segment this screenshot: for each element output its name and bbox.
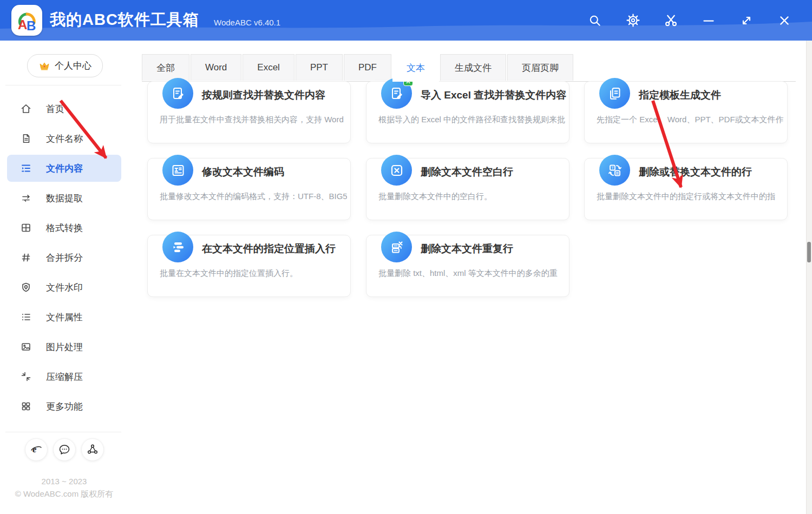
sidebar-item-label: 文件属性 [46, 311, 83, 324]
app-logo: A B [11, 5, 42, 36]
card-desc: 批量删除文本文件中的空白行。 [378, 192, 566, 202]
more-grid-icon [21, 401, 31, 412]
doc-stack-icon [599, 78, 630, 109]
tab-generate-file[interactable]: 生成文件 [440, 54, 506, 81]
separator [5, 85, 121, 85]
sidebar-item-label: 数据提取 [46, 192, 83, 205]
svg-text:B: B [27, 18, 36, 32]
sidebar-item-data-extract[interactable]: 数据提取 [7, 184, 121, 212]
resize-icon [740, 14, 753, 27]
card-find-replace-by-rule[interactable]: 按规则查找并替换文件内容 用于批量在文件中查找并替换相关内容，支持 Word [147, 81, 351, 143]
cut-button[interactable] [652, 0, 690, 41]
card-template-generate[interactable]: 指定模板生成文件 先指定一个 Excel、Word、PPT、PDF或文本文件作 [584, 81, 788, 143]
scrollbar[interactable] [806, 41, 812, 514]
sidebar-item-format-convert[interactable]: 格式转换 [7, 214, 121, 241]
copyright-years: 2013 ~ 2023 [0, 475, 128, 487]
doc-edit-icon [162, 78, 193, 109]
minimize-button[interactable] [690, 0, 728, 41]
tab-label: 页眉页脚 [522, 62, 559, 74]
app-version: WodeABC v6.40.1 [214, 18, 280, 27]
tab-word[interactable]: Word [191, 54, 241, 81]
tab-label: Word [205, 62, 227, 73]
sidebar-quick-links: e [0, 438, 128, 461]
card-delete-blank-lines[interactable]: 删除文本文件空白行 批量删除文本文件中的空白行。 [366, 158, 569, 220]
close-button[interactable] [765, 0, 803, 41]
personal-center-button[interactable]: 个人中心 [27, 54, 103, 77]
sidebar-item-file-name[interactable]: 文件名称 [7, 125, 121, 152]
card-title: 按规则查找并替换文件内容 [202, 88, 325, 102]
swap-arrows-icon [21, 193, 31, 203]
hash-icon [21, 252, 31, 263]
feedback-button[interactable] [53, 438, 76, 461]
card-title: 删除文本文件空白行 [421, 165, 513, 179]
svg-text:T: T [611, 166, 614, 169]
sidebar-item-image-process[interactable]: 图片处理 [7, 333, 121, 360]
compress-arrows-icon [21, 371, 31, 382]
card-title: 指定模板生成文件 [639, 88, 721, 102]
doc-edit-excel-icon: X [381, 78, 412, 109]
text-encode-icon [162, 155, 193, 186]
list-icon [21, 312, 31, 322]
file-icon [21, 133, 31, 144]
sidebar-item-compress[interactable]: 压缩解压 [7, 363, 121, 390]
card-desc: 根据导入的 Excel 中的文件路径和查找替换规则来批 [378, 115, 566, 125]
sidebar-item-more[interactable]: 更多功能 [7, 393, 121, 420]
sidebar-item-label: 图片处理 [46, 341, 83, 353]
app-title: 我的ABC软件工具箱 [50, 9, 199, 31]
tab-label: 文本 [407, 62, 425, 74]
close-icon [778, 14, 791, 27]
maximize-button[interactable] [728, 0, 765, 41]
sidebar-item-merge-split[interactable]: 合并拆分 [7, 244, 121, 271]
tab-text[interactable]: 文本 [392, 54, 439, 82]
sidebar-footer: 2013 ~ 2023 © WodeABC.com 版权所有 [0, 475, 128, 500]
ab-logo-icon: A B [16, 9, 38, 32]
personal-center-label: 个人中心 [55, 60, 91, 72]
copyright-text: © WodeABC.com 版权所有 [0, 487, 128, 500]
browser-link-button[interactable]: e [25, 438, 48, 461]
chat-bubble-icon [58, 443, 71, 456]
titlebar: A B 我的ABC软件工具箱 WodeABC v6.40.1 [0, 0, 812, 41]
search-button[interactable] [576, 0, 614, 41]
tab-all[interactable]: 全部 [142, 54, 189, 81]
card-insert-lines[interactable]: 在文本文件的指定位置插入行 批量在文本文件中的指定位置插入行。 [147, 235, 351, 297]
card-change-encoding[interactable]: 修改文本文件编码 批量修改文本文件的编码格式，支持：UTF-8、BIG5 [147, 158, 351, 220]
main-content: 全部 Word Excel PPT PDF 文本 生成文件 页眉页脚 按规则查找… [128, 41, 807, 514]
sidebar-item-file-props[interactable]: 文件属性 [7, 304, 121, 331]
scissors-icon [664, 14, 678, 27]
share-network-icon [86, 443, 99, 456]
content-lines-icon [21, 163, 31, 174]
card-delete-replace-lines[interactable]: T 删除或替换文本文件的行 批量删除文本文件中的指定行或将文本文件中的指 [584, 158, 788, 220]
sidebar-item-label: 合并拆分 [46, 252, 83, 264]
gear-icon [626, 14, 640, 27]
category-tabs: 全部 Word Excel PPT PDF 文本 生成文件 页眉页脚 [142, 54, 796, 82]
sidebar-item-file-content[interactable]: 文件内容 [7, 155, 121, 182]
crown-icon [38, 60, 50, 72]
delete-square-icon [381, 155, 412, 186]
search-icon [588, 14, 601, 27]
swap-lines-icon: T [599, 155, 630, 186]
card-excel-find-replace[interactable]: X 导入 Excel 查找并替换文件内容 根据导入的 Excel 中的文件路径和… [366, 81, 569, 143]
settings-button[interactable] [614, 0, 652, 41]
sidebar-item-label: 首页 [46, 103, 64, 115]
shield-badge-icon [21, 282, 31, 293]
card-desc: 批量在文本文件中的指定位置插入行。 [160, 268, 347, 279]
share-button[interactable] [81, 438, 104, 461]
tab-header-footer[interactable]: 页眉页脚 [507, 54, 573, 81]
card-dedupe-lines[interactable]: 删除文本文件重复行 批量删除 txt、html、xml 等文本文件中的多余的重 [366, 235, 569, 297]
tab-ppt[interactable]: PPT [296, 54, 343, 81]
tab-label: PPT [310, 62, 328, 73]
sidebar-item-label: 更多功能 [46, 400, 83, 413]
card-title: 在文本文件的指定位置插入行 [202, 242, 336, 256]
tab-excel[interactable]: Excel [243, 54, 294, 81]
card-desc: 先指定一个 Excel、Word、PPT、PDF或文本文件作 [597, 115, 784, 125]
scrollbar-thumb[interactable] [807, 242, 811, 262]
grid-window-icon [21, 222, 31, 233]
ie-browser-icon: e [30, 443, 43, 456]
card-desc: 批量删除 txt、html、xml 等文本文件中的多余的重 [378, 268, 566, 279]
sidebar-item-home[interactable]: 首页 [7, 95, 121, 122]
sidebar-item-watermark[interactable]: 文件水印 [7, 274, 121, 301]
sidebar-item-label: 文件内容 [46, 162, 83, 175]
tab-pdf[interactable]: PDF [344, 54, 391, 81]
sidebar-menu: 首页 文件名称 文件内容 数据提取 格式转换 [0, 95, 128, 423]
sidebar-item-label: 压缩解压 [46, 371, 83, 383]
